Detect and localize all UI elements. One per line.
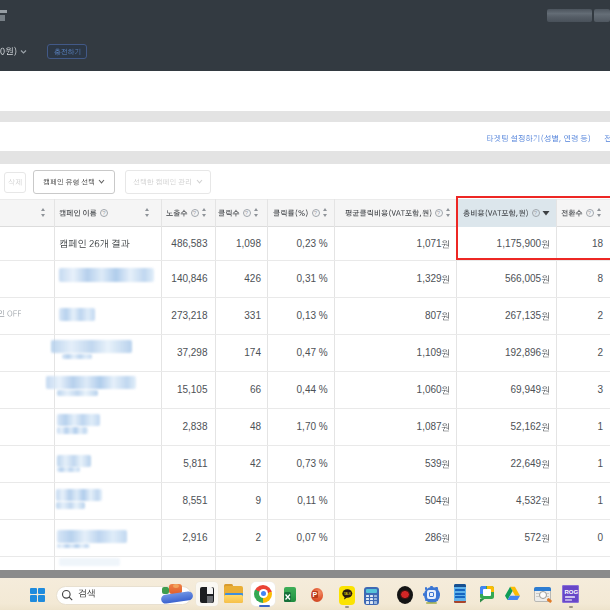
svg-text:TALK: TALK (343, 592, 350, 596)
